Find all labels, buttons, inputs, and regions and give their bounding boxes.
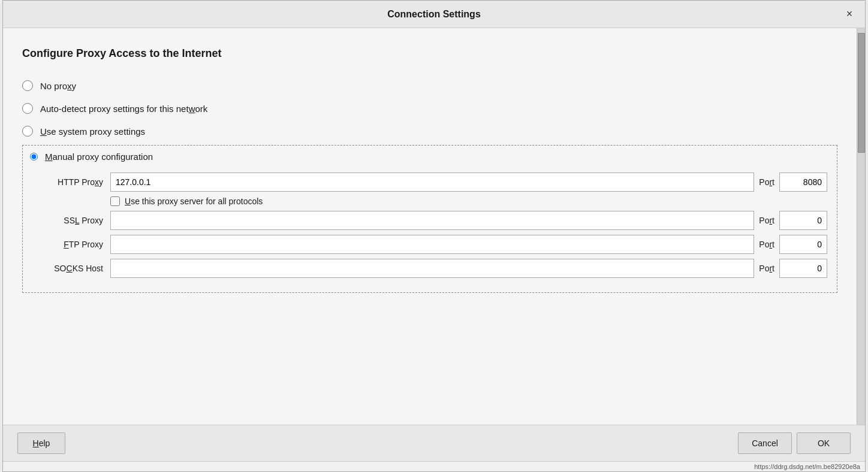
all-protocols-row: Use this proxy server for all protocols [32, 196, 827, 206]
no-proxy-radio[interactable] [22, 80, 33, 91]
auto-detect-option[interactable]: Auto-detect proxy settings for this netw… [22, 97, 837, 120]
manual-proxy-radio[interactable] [30, 153, 38, 161]
manual-proxy-section: Manual proxy configuration HTTP Proxy Po… [22, 145, 837, 293]
ftp-proxy-label: FTP Proxy [32, 240, 110, 249]
socks-host-input[interactable] [110, 259, 754, 278]
no-proxy-option[interactable]: No proxy [22, 74, 837, 97]
ftp-port-input[interactable] [779, 235, 827, 254]
title-bar: Connection Settings × [3, 1, 865, 28]
ftp-port-label: Port [754, 240, 779, 249]
socks-port-label: Port [754, 264, 779, 273]
dialog-footer: Help Cancel OK [3, 425, 865, 461]
auto-detect-label: Auto-detect proxy settings for this netw… [40, 104, 207, 114]
ssl-proxy-input[interactable] [110, 211, 754, 230]
socks-host-row: SOCKS Host Port [32, 259, 827, 278]
scrollbar[interactable] [857, 28, 865, 425]
content-area: Configure Proxy Access to the Internet N… [3, 28, 857, 425]
ftp-proxy-input[interactable] [110, 235, 754, 254]
http-proxy-label: HTTP Proxy [32, 177, 110, 187]
scrollbar-thumb[interactable] [858, 33, 865, 153]
http-proxy-input[interactable] [110, 173, 754, 192]
dialog-body: Configure Proxy Access to the Internet N… [3, 28, 865, 425]
footer-right-buttons: Cancel OK [738, 432, 851, 454]
socks-host-label: SOCKS Host [32, 264, 110, 273]
connection-settings-dialog: Connection Settings × Configure Proxy Ac… [2, 0, 866, 472]
help-button[interactable]: Help [17, 432, 65, 454]
manual-proxy-option[interactable]: Manual proxy configuration [30, 152, 830, 162]
proxy-options-group: No proxy Auto-detect proxy settings for … [22, 74, 837, 293]
system-proxy-option[interactable]: Use system proxy settings [22, 120, 837, 143]
http-port-input[interactable] [779, 173, 827, 192]
no-proxy-label: No proxy [40, 81, 76, 91]
ssl-proxy-row: SSL Proxy Port [32, 211, 827, 230]
system-proxy-label: Use system proxy settings [40, 126, 145, 137]
all-protocols-label[interactable]: Use this proxy server for all protocols [125, 196, 263, 206]
all-protocols-checkbox[interactable] [110, 196, 120, 206]
proxy-fields: HTTP Proxy Port Use this proxy server fo… [23, 168, 837, 292]
dialog-overlay: Connection Settings × Configure Proxy Ac… [0, 0, 868, 472]
dialog-title: Connection Settings [387, 9, 481, 20]
http-proxy-row: HTTP Proxy Port [32, 173, 827, 192]
cancel-button[interactable]: Cancel [738, 432, 792, 454]
section-title: Configure Proxy Access to the Internet [22, 47, 837, 60]
status-text: https://ddrg.dsdg.net/m.be82920e8a [754, 463, 860, 470]
auto-detect-radio[interactable] [22, 103, 33, 114]
close-button[interactable]: × [841, 6, 858, 23]
socks-port-input[interactable] [779, 259, 827, 278]
ssl-proxy-label: SSL Proxy [32, 216, 110, 225]
manual-proxy-label: Manual proxy configuration [45, 152, 153, 162]
ssl-port-input[interactable] [779, 211, 827, 230]
ssl-port-label: Port [754, 216, 779, 225]
status-bar: https://ddrg.dsdg.net/m.be82920e8a [3, 461, 865, 471]
system-proxy-radio[interactable] [22, 126, 33, 137]
ok-button[interactable]: OK [797, 432, 851, 454]
http-port-label: Port [754, 177, 779, 187]
ftp-proxy-row: FTP Proxy Port [32, 235, 827, 254]
manual-proxy-header: Manual proxy configuration [23, 146, 837, 168]
